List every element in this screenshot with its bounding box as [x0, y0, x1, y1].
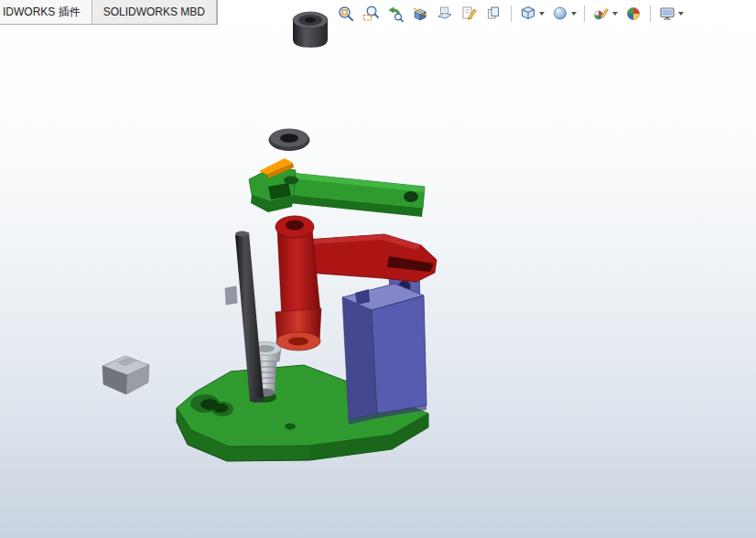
3d-drawing-view-button[interactable]	[434, 4, 456, 24]
view-settings-button[interactable]	[656, 4, 686, 24]
part-slide-block[interactable]	[342, 264, 427, 425]
heads-up-view-toolbar	[335, 4, 686, 24]
toolbar-separator	[584, 5, 585, 22]
display-style-button[interactable]	[549, 4, 578, 24]
3d-drawing-view-icon	[436, 5, 454, 23]
dropdown-caret[interactable]	[571, 12, 577, 16]
tab-solidworks-addins[interactable]: IDWORKS 插件	[0, 0, 92, 24]
previous-view-button[interactable]	[384, 4, 406, 24]
commandmanager-tabs: IDWORKS 插件 SOLIDWORKS MBD	[0, 0, 218, 25]
dropdown-caret[interactable]	[539, 12, 545, 16]
view-orientation-icon	[519, 5, 537, 23]
graphics-area[interactable]	[0, 0, 756, 538]
apply-scene-button[interactable]	[622, 4, 644, 24]
section-view-button[interactable]	[409, 4, 431, 24]
tab-solidworks-mbd[interactable]: SOLIDWORKS MBD	[92, 0, 217, 24]
part-lever-arm[interactable]	[249, 158, 425, 217]
solidworks-window: { "tabs": [ { "label": "IDWORKS 插件" }, {…	[0, 0, 756, 538]
toolbar-separator	[650, 5, 651, 22]
dropdown-caret[interactable]	[612, 12, 618, 16]
toolbar-group-orientation-display	[517, 4, 578, 24]
dropdown-caret[interactable]	[678, 12, 684, 16]
apply-scene-icon	[624, 5, 643, 23]
view-orientation-button[interactable]	[517, 4, 546, 24]
zoom-to-fit-button[interactable]	[335, 4, 357, 24]
display-style-icon	[551, 5, 569, 23]
previous-view-icon	[386, 5, 405, 23]
edit-appearance-icon	[592, 5, 610, 23]
copy-settings-button[interactable]	[483, 4, 505, 24]
annotations-icon	[460, 5, 479, 23]
zoom-to-area-button[interactable]	[360, 4, 382, 24]
annotations-button[interactable]	[459, 4, 481, 24]
toolbar-group-view-tools	[335, 4, 505, 24]
section-view-icon	[411, 5, 429, 23]
copy-settings-icon	[485, 5, 503, 23]
toolbar-group-appearance	[590, 4, 644, 24]
edit-appearance-button[interactable]	[590, 4, 620, 24]
part-knob-cap[interactable]	[293, 12, 328, 48]
part-jaw-block[interactable]	[103, 356, 149, 394]
part-washer[interactable]	[269, 129, 309, 151]
zoom-to-fit-icon	[337, 5, 355, 23]
toolbar-separator	[511, 5, 512, 22]
toolbar-group-settings	[656, 4, 686, 24]
zoom-to-area-icon	[362, 5, 380, 23]
view-settings-icon	[658, 5, 676, 23]
